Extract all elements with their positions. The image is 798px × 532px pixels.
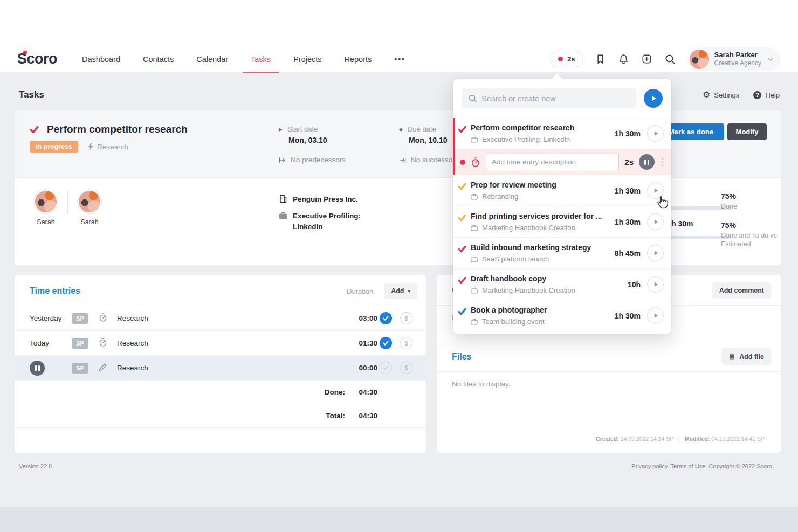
assignee-avatar[interactable]: Sarah [30, 190, 62, 226]
timer-task-duration: 1h 30m [615, 312, 641, 320]
start-timer-button[interactable] [647, 125, 664, 142]
nav-item-projects[interactable]: Projects [293, 46, 321, 73]
nav-item-tasks[interactable]: Tasks [251, 46, 271, 73]
successors-label: No successors [411, 156, 459, 164]
recording-dot-icon [460, 160, 465, 165]
files-empty-text: No files to display. [437, 372, 781, 396]
time-entry-description-input[interactable] [486, 154, 619, 170]
assignee-avatar-image [34, 190, 58, 213]
building-icon [279, 195, 287, 203]
nav-more-menu[interactable]: ••• [394, 55, 405, 64]
estimated-progress-text: 75% Done and To do vs Estimated [721, 221, 780, 249]
timer-task-item[interactable]: Draft handbook copy Marketing Handbook C… [453, 269, 671, 300]
activity-tag[interactable]: Research [88, 143, 128, 151]
predecessors-label: No predecessors [291, 156, 346, 164]
search-icon [468, 94, 477, 103]
billable-dollar-button[interactable]: $ [400, 337, 412, 349]
activity-tag-label: Research [97, 143, 128, 151]
timer-dropdown: Perform competitor research Executive Pr… [453, 79, 671, 334]
kebab-menu-icon[interactable] [660, 157, 665, 167]
modify-button[interactable]: Modify [727, 123, 767, 140]
time-entry-row[interactable]: Yesterday SP Research 03:00 $ [15, 306, 426, 331]
record-meta: Created: 14.09.2022 14:14 SP | Modified:… [596, 436, 765, 442]
task-check-icon [458, 125, 466, 134]
lightning-icon [88, 143, 93, 150]
nav-item-dashboard[interactable]: Dashboard [82, 46, 120, 73]
done-progress-text: 75% Done [721, 192, 780, 211]
active-timer-pill[interactable]: 2s [550, 51, 583, 67]
timer-task-duration: 8h 45m [615, 249, 641, 258]
timer-task-item[interactable]: Prep for review meeting Rebranding 1h 30… [453, 175, 671, 206]
timer-task-item[interactable]: Find printing services provider for ... … [453, 206, 671, 238]
start-new-timer-button[interactable] [644, 89, 663, 108]
start-date-field[interactable]: ▶ Start date Mon, 03.10 [279, 125, 327, 144]
task-check-icon [458, 213, 466, 222]
active-time-entry-row: 2s [453, 149, 671, 175]
start-timer-button[interactable] [647, 307, 664, 324]
status-badge[interactable]: In progress [30, 141, 78, 153]
due-date-field[interactable]: ◆ Due date Mon, 10.10 [399, 125, 448, 144]
timer-task-title: Build inbound marketing strategy [471, 243, 610, 252]
successors-field[interactable]: No successors [399, 156, 459, 164]
confirm-check-button[interactable] [380, 312, 392, 324]
time-entry-row-active[interactable]: SP Research 00:00 $ [15, 356, 426, 381]
timer-task-duration: 1h 30m [615, 186, 641, 195]
pause-timer-button[interactable] [639, 154, 655, 170]
timer-task-duration: 1h 30m [615, 218, 641, 226]
linked-project[interactable]: Executive Profiling: LinkedIn [279, 211, 379, 232]
timer-task-item[interactable]: Perform competitor research Executive Pr… [453, 118, 671, 149]
scoro-logo[interactable]: Scoro [17, 51, 57, 67]
help-icon: ? [753, 91, 761, 99]
company-name: Penguin Press Inc. [293, 195, 358, 203]
task-status-check-icon[interactable] [30, 125, 39, 134]
created-value: 14.09.2022 14:14 SP [621, 436, 673, 442]
billable-dollar-button[interactable]: $ [400, 362, 412, 374]
nav-item-calendar[interactable]: Calendar [196, 46, 228, 73]
search-button[interactable] [664, 53, 676, 65]
help-button[interactable]: ? Help [753, 91, 780, 99]
assignee-avatar[interactable]: Sarah [73, 190, 106, 226]
timer-task-item[interactable]: Book a photographer Team building event … [453, 300, 671, 331]
linked-company[interactable]: Penguin Press Inc. [279, 195, 358, 203]
settings-button[interactable]: ⚙ Settings [703, 91, 739, 99]
pause-timer-button[interactable] [30, 361, 45, 376]
timer-task-title: Perform competitor research [471, 123, 610, 132]
start-date-icon: ▶ [279, 127, 283, 132]
timer-task-project: SaaS platform launch [482, 255, 549, 263]
nav-item-contacts[interactable]: Contacts [143, 46, 174, 73]
timer-search-input[interactable] [462, 88, 637, 108]
add-file-button[interactable]: Add file [721, 348, 771, 365]
add-time-entry-button[interactable]: Add ▾ [384, 283, 417, 299]
timer-task-list: Perform competitor research Executive Pr… [453, 118, 671, 334]
timer-task-item[interactable]: Build inbound marketing strategy SaaS pl… [453, 238, 671, 269]
start-timer-button[interactable] [647, 245, 664, 261]
create-new-button[interactable] [641, 53, 653, 65]
user-menu[interactable]: Sarah Parker Creative Agency [687, 47, 781, 71]
billable-dollar-button[interactable]: $ [400, 312, 412, 324]
files-title[interactable]: Files [452, 352, 471, 362]
time-entry-row[interactable]: Today SP Research 01:30 $ [15, 331, 426, 356]
confirm-check-button[interactable] [380, 362, 392, 374]
assignees-group: Sarah Sarah [30, 190, 106, 226]
legal-links[interactable]: Privacy policy. Terms of Use. Copyright … [631, 463, 774, 469]
timer-elapsed-badge: 2s [567, 55, 575, 63]
estimated-percent: 75% [721, 221, 780, 230]
pencil-icon[interactable] [99, 363, 117, 373]
add-comment-button[interactable]: Add comment [712, 282, 771, 299]
nav-item-reports[interactable]: Reports [345, 46, 372, 73]
user-avatar [690, 50, 709, 69]
time-entries-title[interactable]: Time entries [30, 286, 80, 296]
confirm-check-button[interactable] [380, 337, 392, 349]
entry-duration: 03:00 [345, 314, 380, 322]
timer-task-duration: 10h [628, 280, 641, 289]
task-check-icon [458, 245, 466, 253]
timer-task-project: Marketing Handbook Creation [482, 224, 575, 232]
notifications-button[interactable] [618, 53, 630, 65]
start-timer-button[interactable] [647, 213, 664, 230]
predecessors-field[interactable]: No predecessors [279, 156, 346, 164]
nav-right-cluster: 2s Sarah Parker Creative Agency [550, 47, 781, 71]
start-timer-button[interactable] [647, 182, 664, 199]
project-name: Executive Profiling: LinkedIn [293, 211, 379, 232]
start-timer-button[interactable] [647, 276, 664, 293]
bookmarks-button[interactable] [595, 53, 607, 65]
